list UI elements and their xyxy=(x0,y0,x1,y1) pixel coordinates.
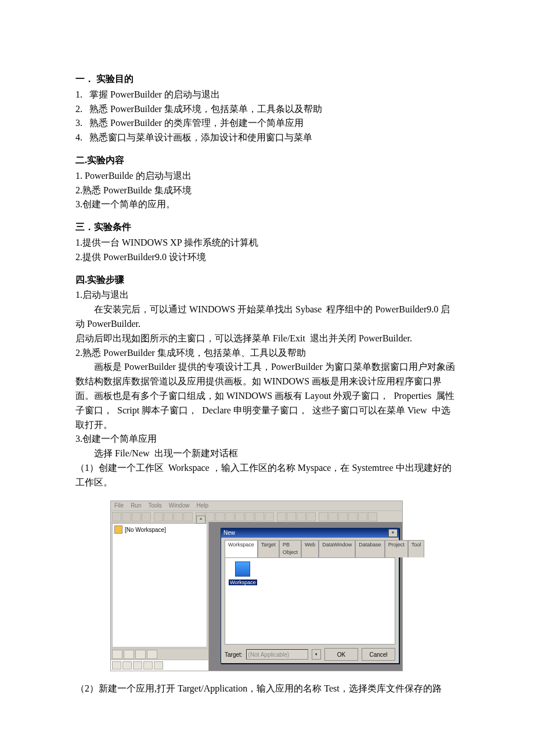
dialog-titlebar: New × xyxy=(221,528,399,538)
screenshot-powerbuilder: File Run Tools Window Help xyxy=(110,501,403,671)
toolbar-button[interactable] xyxy=(338,512,348,521)
tree-tab[interactable] xyxy=(135,650,146,659)
toolbar-button[interactable] xyxy=(174,512,183,521)
tree-tab[interactable] xyxy=(147,650,157,659)
toolbar-button[interactable] xyxy=(132,512,141,521)
menubar: File Run Tools Window Help xyxy=(111,501,402,511)
tab-workspace[interactable]: Workspace xyxy=(225,540,258,558)
toolbar xyxy=(111,511,402,523)
toolbar-button[interactable] xyxy=(319,512,328,521)
workspace-icon xyxy=(114,525,122,534)
s1-item-2: 2. 熟悉 PowerBuilder 集成环境，包括菜单，工具条以及帮助 xyxy=(75,102,459,117)
s4-p9: （2）新建一个应用,打开 Target/Application，输入应用的名称 … xyxy=(75,682,459,696)
s4-p5: 画板是 PowerBuilder 提供的专项设计工具，PowerBuilder … xyxy=(75,360,459,432)
toolbar-button[interactable] xyxy=(306,512,316,521)
dialog-title: New xyxy=(223,528,235,538)
tree-tabs xyxy=(111,649,208,660)
workspace-large-icon xyxy=(235,561,250,577)
s4-p6: 3.创建一个简单应用 xyxy=(75,432,459,447)
s1-item-4: 4. 熟悉窗口与菜单设计画板，添加设计和使用窗口与菜单 xyxy=(75,131,459,145)
toolbar-button[interactable] xyxy=(348,512,358,521)
system-tree-panel: × [No Workspace] xyxy=(111,522,209,671)
s4-p1: 1.启动与退出 xyxy=(75,288,459,303)
tab-datawindow[interactable]: DataWindow xyxy=(319,540,355,558)
section-3-heading: 三．实验条件 xyxy=(75,220,459,235)
toolbar-button[interactable] xyxy=(122,512,131,521)
menu-tools[interactable]: Tools xyxy=(145,501,165,510)
toolbar-button[interactable] xyxy=(112,512,121,521)
s2-item-3: 3.创建一个简单的应用。 xyxy=(75,197,459,212)
dialog-target-row: Target: (Not Applicable) ▾ OK Cancel xyxy=(221,645,399,664)
tree-item-label: [No Workspace] xyxy=(125,525,166,535)
s2-item-2: 2.熟悉 PowerBuilde 集成环境 xyxy=(75,183,459,198)
target-label: Target: xyxy=(225,650,243,660)
output-tabs xyxy=(111,660,208,671)
toolbar-button[interactable] xyxy=(154,512,163,521)
tree-tab[interactable] xyxy=(124,650,134,659)
tree-item-no-workspace[interactable]: [No Workspace] xyxy=(114,525,205,535)
toolbar-button[interactable] xyxy=(164,512,173,521)
output-tab[interactable] xyxy=(143,661,153,669)
toolbar-button[interactable] xyxy=(183,512,193,521)
s4-p4: 2.熟悉 PowerBuilder 集成环境，包括菜单、工具以及帮助 xyxy=(75,346,459,361)
tab-project[interactable]: Project xyxy=(385,540,408,558)
item-workspace-label: Workspace xyxy=(229,579,257,585)
toolbar-button[interactable] xyxy=(329,512,338,521)
toolbar-button[interactable] xyxy=(297,512,306,521)
toolbar-button[interactable] xyxy=(215,512,225,521)
toolbar-button[interactable] xyxy=(368,512,377,521)
dialog-close-button[interactable]: × xyxy=(388,529,398,537)
s1-item-1: 1. 掌握 PowerBuilder 的启动与退出 xyxy=(75,88,459,102)
section-1-heading: 一． 实验目的 xyxy=(75,72,459,87)
toolbar-button[interactable] xyxy=(358,512,367,521)
menu-window[interactable]: Window xyxy=(165,501,193,510)
toolbar-button[interactable] xyxy=(255,512,264,521)
menu-run[interactable]: Run xyxy=(127,501,145,510)
s4-p2: 在安装完后，可以通过 WINDOWS 开始菜单找出 Sybase 程序组中的 P… xyxy=(75,303,459,332)
panel-close-icon[interactable]: × xyxy=(196,516,205,524)
mdi-canvas: New × Workspace Target PB Object Web Dat… xyxy=(209,522,402,671)
tab-pbobject[interactable]: PB Object xyxy=(279,540,301,558)
document-page: 一． 实验目的 1. 掌握 PowerBuilder 的启动与退出 2. 熟悉 … xyxy=(0,0,534,756)
dialog-icon-area: Workspace xyxy=(225,557,395,645)
toolbar-button[interactable] xyxy=(265,512,274,521)
dialog-new: New × Workspace Target PB Object Web Dat… xyxy=(221,528,399,664)
s2-item-1: 1. PowerBuilde 的启动与退出 xyxy=(75,169,459,183)
toolbar-button[interactable] xyxy=(225,512,234,521)
output-tab[interactable] xyxy=(154,661,163,669)
toolbar-button[interactable] xyxy=(287,512,296,521)
tab-database[interactable]: Database xyxy=(355,540,385,558)
ok-button[interactable]: OK xyxy=(324,648,358,661)
toolbar-button[interactable] xyxy=(277,512,286,521)
menu-help[interactable]: Help xyxy=(193,501,212,510)
tree-tab[interactable] xyxy=(112,650,122,659)
section-2-heading: 二.实验内容 xyxy=(75,153,459,168)
target-field-value: (Not Applicable) xyxy=(248,650,290,660)
output-tab[interactable] xyxy=(122,661,132,669)
system-tree[interactable]: × [No Workspace] xyxy=(112,523,207,647)
s3-item-2: 2.提供 PowerBuilder9.0 设计环境 xyxy=(75,250,459,265)
s1-item-3: 3. 熟悉 PowerBuilder 的类库管理，并创建一个简单应用 xyxy=(75,116,459,131)
s4-p8: （1）创建一个工作区 Workspace ，输入工作区的名称 Myspace，在… xyxy=(75,461,459,490)
toolbar-button[interactable] xyxy=(245,512,254,521)
dialog-tabs: Workspace Target PB Object Web DataWindo… xyxy=(221,538,399,558)
menu-file[interactable]: File xyxy=(111,501,127,510)
target-field[interactable]: (Not Applicable) xyxy=(246,649,308,660)
tab-target[interactable]: Target xyxy=(258,540,279,558)
target-dropdown-button[interactable]: ▾ xyxy=(312,649,321,660)
item-workspace[interactable]: Workspace xyxy=(229,561,257,587)
output-tab[interactable] xyxy=(112,661,121,669)
s4-p3: 启动后即出现如图所示的主窗口，可以选择菜单 File/Exit 退出并关闭 Po… xyxy=(75,332,459,346)
s4-p7: 选择 File/New 出现一个新建对话框 xyxy=(75,447,459,461)
cancel-button[interactable]: Cancel xyxy=(362,648,395,661)
section-4-heading: 四.实验步骤 xyxy=(75,273,459,287)
output-tab[interactable] xyxy=(133,661,142,669)
toolbar-button[interactable] xyxy=(235,512,244,521)
toolbar-button[interactable] xyxy=(205,512,215,521)
tab-tool[interactable]: Tool xyxy=(408,540,425,558)
tab-web[interactable]: Web xyxy=(301,540,319,558)
s3-item-1: 1.提供一台 WINDOWS XP 操作系统的计算机 xyxy=(75,236,459,250)
toolbar-button[interactable] xyxy=(142,512,151,521)
